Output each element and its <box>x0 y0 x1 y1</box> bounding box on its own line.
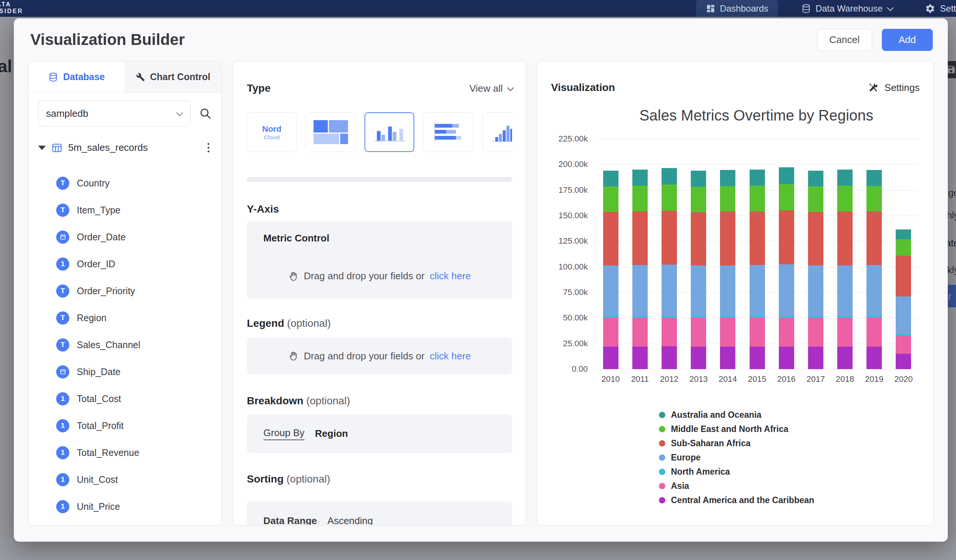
chart-x-labels: 2010201120122013201420152016201720182019… <box>596 374 918 384</box>
chart-type-grouped-column[interactable] <box>365 112 414 152</box>
bar-segment <box>866 347 882 369</box>
add-button[interactable]: Add <box>882 29 933 51</box>
chart-type-scrollbar[interactable] <box>247 177 512 182</box>
y-axis-section-title: Y-Axis <box>247 203 279 215</box>
legend-item[interactable]: Asia <box>659 479 814 493</box>
nav-item-data-warehouse[interactable]: Data Warehouse <box>792 0 902 17</box>
settings-button[interactable]: Settings <box>868 82 920 94</box>
legend-dropzone[interactable]: Drag and drop your fields or click here <box>247 338 512 374</box>
field-row[interactable]: 1 Order_ID <box>28 251 222 278</box>
y-axis-label: 75.00k <box>563 287 588 297</box>
legend-dot-icon <box>659 412 665 418</box>
treemap-thumb-icon <box>314 120 348 144</box>
field-row[interactable]: 1 Total_Revenue <box>28 439 222 466</box>
chevron-down-icon <box>176 109 183 116</box>
visualization-panel: Visualization Settings Sales Metrics Ove… <box>537 61 934 525</box>
x-axis-label: 2010 <box>596 374 625 384</box>
sorting-section-title: Sorting (optional) <box>247 473 330 485</box>
view-all-button[interactable]: View all <box>469 83 512 94</box>
database-select[interactable]: sampledb <box>38 100 191 127</box>
bar-segment <box>750 212 765 265</box>
legend-item[interactable]: North America <box>659 464 814 479</box>
chart-type-treemap[interactable] <box>306 112 355 152</box>
y-axis-label: 25.00k <box>563 339 588 348</box>
field-row[interactable]: Ship_Date <box>28 358 222 385</box>
field-label: Total_Revenue <box>77 447 139 458</box>
field-row[interactable]: T Sales_Channel <box>28 331 222 358</box>
legend-item[interactable]: Australia and Oceania <box>659 408 814 422</box>
field-row[interactable]: T Order_Priority <box>28 278 222 304</box>
legend-label: Asia <box>671 481 689 491</box>
bar-segment <box>896 229 911 239</box>
field-row[interactable]: 1 Unit_Price <box>28 493 222 520</box>
chart-bar-slot <box>742 139 772 369</box>
y-axis-label: 225.00k <box>558 134 588 144</box>
chart-type-horizontal-stacked-bar[interactable] <box>423 112 473 152</box>
click-here-link[interactable]: click here <box>430 350 471 362</box>
bar-segment <box>603 187 618 212</box>
nav-item-settings[interactable]: Settings <box>915 0 956 17</box>
bar-segment <box>808 265 823 316</box>
legend-dot-icon <box>659 426 665 432</box>
topbar-nav: Dashboards Data Warehouse Settings <box>696 0 956 17</box>
field-row[interactable]: 1 Total_Cost <box>28 385 222 412</box>
y-axis-label: 100.00k <box>558 262 588 272</box>
chart-bar-slot <box>889 139 918 369</box>
chart-title: Sales Metrics Overtime by Regions <box>580 107 933 124</box>
tab-chart-control[interactable]: Chart Control <box>125 61 222 93</box>
bar-segment <box>896 354 911 369</box>
chart-bar-slot <box>684 139 713 369</box>
field-row[interactable]: Order_Date <box>28 223 222 251</box>
search-icon[interactable] <box>199 107 212 120</box>
field-row[interactable]: T Country <box>28 169 222 196</box>
chart-type-word-cloud[interactable]: Nord Cloud <box>247 112 297 152</box>
field-row[interactable]: 1 Total_Profit <box>28 412 222 439</box>
sorting-row[interactable]: Data Range Ascending <box>247 502 512 525</box>
app-logo: DATA INSIDER <box>0 1 23 15</box>
bar-segment <box>837 318 852 347</box>
bar-segment <box>837 186 852 212</box>
bar-segment <box>632 186 648 212</box>
field-row[interactable]: T Region <box>28 304 222 331</box>
field-type-icon: 1 <box>56 473 69 486</box>
table-row-5m-sales-records[interactable]: 5m_sales_records <box>28 135 222 160</box>
field-label: Ship_Date <box>77 367 121 377</box>
breakdown-dropzone[interactable]: Group By Region <box>247 414 512 453</box>
field-row[interactable]: 1 Unit_Cost <box>28 466 222 493</box>
tab-database[interactable]: Database <box>28 61 125 93</box>
bar-segment <box>691 347 706 369</box>
metric-control-dropzone[interactable]: Metric Control Drag and drop your fields… <box>247 221 512 299</box>
bar-segment <box>662 318 677 346</box>
field-label: Total_Profit <box>77 420 124 431</box>
bar-segment <box>779 264 794 316</box>
x-axis-label: 2015 <box>742 374 772 384</box>
legend-item[interactable]: Middle East and North Africa <box>659 422 814 436</box>
group-by-button[interactable]: Group By <box>263 427 305 440</box>
drag-hand-icon <box>288 351 299 361</box>
legend-item[interactable]: Sub-Saharan Africa <box>659 436 814 450</box>
x-axis-label: 2012 <box>654 374 684 384</box>
database-icon <box>48 72 58 82</box>
chart-bars <box>596 139 918 369</box>
calendar-icon <box>60 234 66 240</box>
bar-segment <box>662 346 677 369</box>
cancel-button[interactable]: Cancel <box>817 29 872 51</box>
field-label: Region <box>77 312 106 323</box>
field-row[interactable]: T Item_Type <box>28 196 222 223</box>
legend-item[interactable]: Europe <box>659 450 814 464</box>
chart-bar-slot <box>801 139 830 369</box>
chart-type-column-histogram[interactable] <box>482 112 512 152</box>
bar-segment <box>750 318 765 346</box>
field-type-icon: 1 <box>56 257 69 271</box>
bar-segment <box>662 185 677 210</box>
legend-item[interactable]: Central America and the Caribbean <box>659 493 814 507</box>
x-axis-label: 2011 <box>625 374 654 384</box>
y-axis-label: 200.00k <box>558 160 588 169</box>
table-menu-kebab-icon[interactable] <box>205 141 212 155</box>
click-here-link[interactable]: click here <box>430 270 471 282</box>
field-type-icon: T <box>56 311 69 325</box>
bar-segment <box>720 170 735 186</box>
legend-section-title: Legend (optional) <box>247 317 331 329</box>
field-list: T Country T Item_Type Order_Date 1 Order… <box>28 160 222 520</box>
nav-item-dashboards[interactable]: Dashboards <box>696 0 778 17</box>
